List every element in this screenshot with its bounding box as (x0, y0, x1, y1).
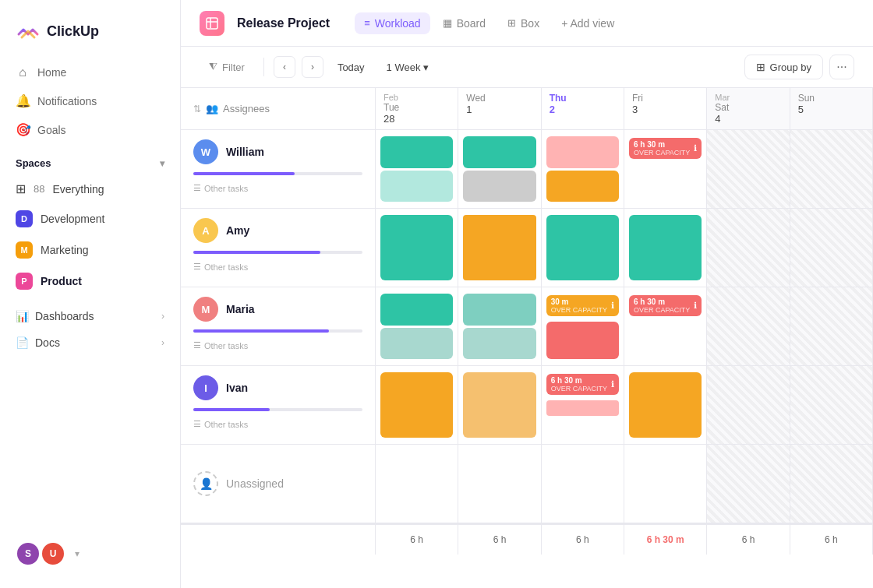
task-block[interactable] (546, 215, 619, 280)
assignee-name-amy: Amy (226, 224, 249, 237)
logo-area[interactable]: ClickUp (0, 12, 180, 59)
group-by-label: Group by (770, 62, 811, 73)
cell-amy-fri (624, 209, 707, 287)
product-dot: P (16, 273, 33, 290)
task-block[interactable] (463, 215, 535, 280)
date-num-4: 4 (715, 113, 781, 125)
task-block[interactable] (380, 171, 453, 202)
sidebar-item-home[interactable]: ⌂ Home (6, 59, 174, 86)
cell-ivan-thu: 6 h 30 m OVER CAPACITY ℹ (542, 366, 624, 444)
sidebar-item-label-goals: Goals (37, 124, 66, 136)
other-tasks-amy[interactable]: ☰ Other tasks (193, 259, 362, 275)
tab-board[interactable]: ▦ Board (433, 12, 495, 34)
prev-button[interactable]: ‹ (274, 56, 295, 78)
avatar-s[interactable]: S (16, 541, 41, 566)
task-block[interactable] (463, 294, 535, 326)
grid-header: ⇅ 👥 Assignees Feb Tue 28 Wed 1 Thu 2 (181, 88, 873, 130)
more-options-button[interactable]: ··· (829, 55, 854, 79)
info-icon: ℹ (611, 301, 614, 311)
avatar-second[interactable]: U (41, 541, 65, 566)
assignees-icon: 👥 (206, 103, 218, 114)
day-name-fri: Fri (632, 93, 698, 104)
group-by-button[interactable]: ⊞ Group by (744, 55, 823, 79)
task-block[interactable] (629, 372, 702, 438)
task-block[interactable] (380, 372, 453, 438)
grid-footer: 6 h 6 h 6 h 6 h 30 m 6 h 6 h (181, 523, 873, 555)
sidebar-item-marketing[interactable]: M Marketing (6, 235, 174, 265)
date-num-28: 28 (383, 113, 450, 125)
task-block[interactable] (380, 294, 453, 326)
sidebar-item-everything[interactable]: ⊞ 88 Everything (6, 175, 174, 202)
task-block[interactable] (546, 322, 619, 359)
view-tabs: ≡ Workload ▦ Board ⊞ Box + Add view (355, 12, 624, 34)
sidebar-item-development[interactable]: D Development (6, 204, 174, 234)
footer-empty-label (181, 525, 376, 555)
assignee-row-william: W William ☰ Other tasks (181, 130, 873, 209)
cell-maria-fri: 6 h 30 m OVER CAPACITY ℹ (624, 287, 707, 365)
date-header-thu2: Thu 2 (542, 88, 624, 129)
capacity-badge-small-maria: 30 m OVER CAPACITY ℹ (546, 295, 619, 316)
sidebar-item-goals[interactable]: 🎯 Goals (6, 116, 174, 143)
assignee-row-amy: A Amy ☰ Other tasks (181, 209, 873, 287)
tasks-icon-amy: ☰ (193, 262, 201, 272)
add-view-button[interactable]: + Add view (552, 12, 624, 34)
tab-workload[interactable]: ≡ Workload (355, 12, 429, 34)
task-block[interactable] (380, 215, 453, 280)
svg-rect-0 (207, 18, 217, 29)
assignee-row-ivan: I Ivan ☰ Other tasks 6 (181, 366, 873, 445)
tab-box[interactable]: ⊞ Box (498, 12, 549, 34)
sidebar-item-dashboards[interactable]: 📊 Dashboards › (6, 304, 174, 329)
progress-fill-william (193, 172, 295, 175)
task-block[interactable] (463, 136, 535, 168)
cell-maria-sun (790, 287, 873, 365)
progress-fill-maria (193, 329, 329, 333)
task-block[interactable] (463, 328, 535, 360)
date-num-1: 1 (466, 104, 532, 115)
cell-unassigned-tue (376, 445, 458, 523)
date-header-wed1: Wed 1 (458, 88, 541, 129)
other-tasks-maria[interactable]: ☰ Other tasks (193, 337, 362, 354)
cell-ivan-fri (624, 366, 707, 444)
info-icon: ℹ (611, 379, 614, 389)
assignees-column-header: ⇅ 👥 Assignees (181, 88, 376, 129)
sidebar-item-product[interactable]: P Product (6, 266, 174, 296)
progress-fill-amy (193, 251, 320, 254)
cell-william-tue (376, 130, 458, 208)
sidebar-item-label-marketing: Marketing (41, 244, 88, 256)
day-name-wed: Wed (466, 93, 532, 104)
add-view-label: + Add view (561, 17, 614, 30)
box-tab-label: Box (521, 17, 539, 30)
task-block[interactable] (463, 171, 535, 202)
next-button[interactable]: › (302, 56, 323, 78)
everything-count: 88 (34, 183, 44, 195)
week-selector[interactable]: 1 Week ▾ (379, 57, 437, 78)
task-block[interactable] (463, 372, 535, 438)
task-block[interactable] (629, 215, 702, 280)
date-header-sun5: Sun 5 (790, 88, 873, 129)
workload-grid: ⇅ 👥 Assignees Feb Tue 28 Wed 1 Thu 2 (181, 88, 873, 588)
other-tasks-william[interactable]: ☰ Other tasks (193, 180, 362, 196)
assignee-info-william: W William ☰ Other tasks (181, 130, 376, 208)
progress-bar-ivan (193, 408, 362, 411)
unassigned-avatar: 👤 (193, 471, 218, 496)
task-block[interactable] (546, 171, 619, 202)
footer-chevron-icon[interactable]: ▾ (75, 548, 80, 559)
sidebar-footer: S U ▾ (0, 532, 180, 576)
main-content: Release Project ≡ Workload ▦ Board ⊞ Box… (181, 0, 873, 588)
sidebar-item-notifications[interactable]: 🔔 Notifications (6, 87, 174, 114)
filter-button[interactable]: ⧨ Filter (200, 56, 254, 78)
project-title: Release Project (237, 16, 330, 30)
chevron-down-icon[interactable]: ▾ (160, 158, 164, 169)
cell-ivan-tue (376, 366, 458, 444)
task-block[interactable] (546, 400, 619, 416)
cell-amy-tue (376, 209, 458, 287)
cell-unassigned-thu (542, 445, 624, 523)
date-num-3: 3 (632, 104, 698, 115)
task-block[interactable] (546, 136, 619, 168)
sidebar-item-docs[interactable]: 📄 Docs › (6, 330, 174, 355)
other-tasks-ivan[interactable]: ☰ Other tasks (193, 416, 362, 432)
today-button[interactable]: Today (330, 57, 373, 78)
task-block[interactable] (380, 328, 453, 360)
avatar-amy: A (193, 218, 218, 243)
task-block[interactable] (380, 136, 453, 168)
